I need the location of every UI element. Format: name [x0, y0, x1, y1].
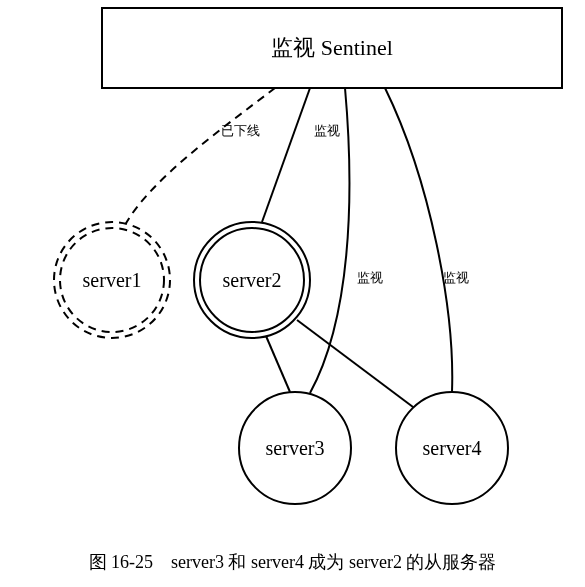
node-server4-label: server4 — [423, 437, 482, 459]
sentinel-label: 监视 Sentinel — [271, 35, 393, 60]
node-server1: server1 — [54, 222, 170, 338]
edge-server2-server3 — [266, 336, 290, 392]
node-server4: server4 — [396, 392, 508, 504]
node-server1-label: server1 — [83, 269, 142, 291]
figure-caption: 图 16-25 server3 和 server4 成为 server2 的从服… — [0, 550, 585, 574]
edge-sentinel-server1: 已下线 — [125, 88, 275, 225]
edge-sentinel-server4: 监视 — [385, 88, 469, 392]
edge-sentinel-server2: 监视 — [262, 88, 340, 222]
edge-label-server2: 监视 — [314, 123, 340, 138]
sentinel-box: 监视 Sentinel — [102, 8, 562, 88]
edge-label-server1: 已下线 — [221, 123, 260, 138]
node-server3-label: server3 — [266, 437, 325, 459]
edge-label-server4: 监视 — [443, 270, 469, 285]
node-server2: server2 — [194, 222, 310, 338]
svg-line-1 — [266, 336, 290, 392]
node-server2-label: server2 — [223, 269, 282, 291]
node-server3: server3 — [239, 392, 351, 504]
edge-label-server3: 监视 — [357, 270, 383, 285]
